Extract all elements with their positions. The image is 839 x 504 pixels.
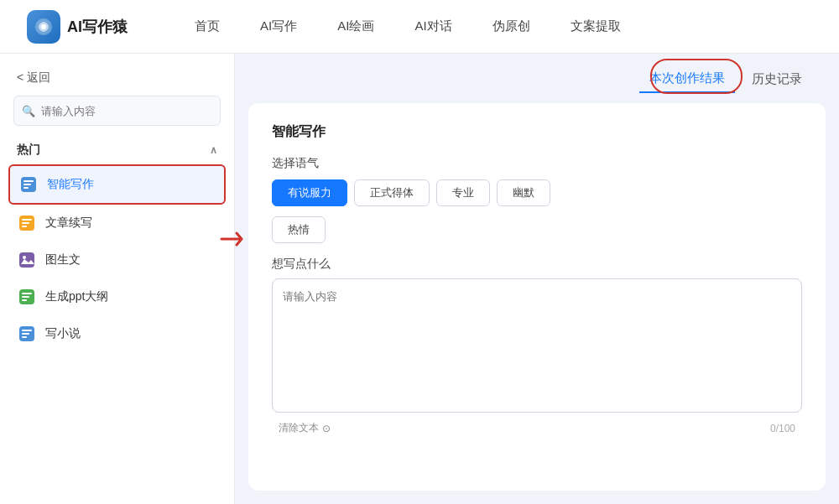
section-title: 热门 xyxy=(17,143,40,158)
write-novel-icon xyxy=(17,324,37,344)
sidebar-back-button[interactable]: < 返回 xyxy=(0,67,234,96)
svg-rect-9 xyxy=(22,226,27,227)
logo-area: AI写作猿 xyxy=(27,10,128,44)
nav-ai-write[interactable]: AI写作 xyxy=(260,18,297,34)
sidebar-item-label: 图生文 xyxy=(45,252,81,268)
tab-bar: 本次创作结果 历史记录 xyxy=(235,54,839,93)
nav-ai-draw[interactable]: AI绘画 xyxy=(337,18,374,34)
panel-title: 智能写作 xyxy=(272,123,802,141)
tone-buttons-row2: 热情 xyxy=(272,216,802,243)
clear-icon: ⊙ xyxy=(322,423,331,434)
image-to-text-icon xyxy=(17,250,37,270)
content-section-label: 想写点什么 xyxy=(272,257,802,272)
chevron-up-icon: ∧ xyxy=(210,144,217,156)
clear-text-button[interactable]: 清除文本 ⊙ xyxy=(279,421,331,435)
svg-rect-5 xyxy=(23,187,29,189)
svg-rect-3 xyxy=(23,180,34,182)
sidebar-item-label: 生成ppt大纲 xyxy=(45,289,108,304)
sidebar-item-write-novel[interactable]: 写小说 xyxy=(0,315,234,352)
arrow-indicator xyxy=(218,226,248,252)
svg-rect-4 xyxy=(23,184,31,185)
main-content: 本次创作结果 历史记录 智能写作 选择语气 有说服力 正式得体 专业 幽默 热情… xyxy=(235,54,839,504)
svg-rect-15 xyxy=(22,299,27,301)
logo-text: AI写作猿 xyxy=(67,17,128,37)
article-continue-icon xyxy=(17,213,37,233)
clear-label: 清除文本 xyxy=(279,421,319,435)
tab-current-result[interactable]: 本次创作结果 xyxy=(639,65,735,93)
sidebar-item-image-to-text[interactable]: 图生文 xyxy=(0,242,234,278)
form-panel: 智能写作 选择语气 有说服力 正式得体 专业 幽默 热情 想写点什么 清除文本 … xyxy=(248,103,826,491)
sidebar: < 返回 🔍 热门 ∧ 智能写作 xyxy=(0,54,235,504)
svg-rect-8 xyxy=(22,222,29,224)
svg-rect-14 xyxy=(22,296,29,298)
nav-original[interactable]: 伪原创 xyxy=(492,18,530,34)
svg-rect-13 xyxy=(22,293,32,294)
tone-btn-humorous[interactable]: 幽默 xyxy=(497,179,550,206)
sidebar-item-ppt-outline[interactable]: 生成ppt大纲 xyxy=(0,278,234,315)
body-layout: < 返回 🔍 热门 ∧ 智能写作 xyxy=(0,54,839,504)
svg-rect-10 xyxy=(19,252,34,268)
tone-btn-professional[interactable]: 专业 xyxy=(436,179,490,206)
svg-rect-18 xyxy=(22,333,29,335)
top-nav: AI写作猿 首页 AI写作 AI绘画 AI对话 伪原创 文案提取 xyxy=(0,0,839,54)
ppt-outline-icon xyxy=(17,287,37,307)
nav-links: 首页 AI写作 AI绘画 AI对话 伪原创 文案提取 xyxy=(195,18,621,34)
sidebar-item-article-continue[interactable]: 文章续写 xyxy=(0,205,234,242)
svg-rect-17 xyxy=(22,330,32,331)
intelligent-write-icon xyxy=(18,174,39,195)
tone-btn-formal[interactable]: 正式得体 xyxy=(354,179,430,206)
sidebar-item-label: 写小说 xyxy=(45,326,81,341)
svg-rect-19 xyxy=(22,336,27,338)
nav-ai-chat[interactable]: AI对话 xyxy=(414,18,451,34)
tone-btn-persuasive[interactable]: 有说服力 xyxy=(272,179,347,206)
sidebar-item-label: 文章续写 xyxy=(45,216,92,231)
nav-copywrite[interactable]: 文案提取 xyxy=(571,18,621,34)
svg-rect-7 xyxy=(22,219,32,221)
sidebar-item-label: 智能写作 xyxy=(47,177,94,192)
sidebar-item-intelligent-write[interactable]: 智能写作 xyxy=(8,164,226,205)
svg-point-1 xyxy=(41,24,46,29)
logo-icon xyxy=(27,10,60,44)
sidebar-section-header: 热门 ∧ xyxy=(0,139,234,164)
search-icon: 🔍 xyxy=(22,105,35,117)
sidebar-search: 🔍 xyxy=(13,96,221,126)
search-input[interactable] xyxy=(13,96,221,126)
tone-buttons: 有说服力 正式得体 专业 幽默 xyxy=(272,179,802,206)
char-count: 0/100 xyxy=(770,423,795,434)
content-textarea[interactable] xyxy=(272,278,802,413)
content-textarea-wrap: 清除文本 ⊙ 0/100 xyxy=(272,278,802,437)
tone-section-label: 选择语气 xyxy=(272,156,802,171)
tone-btn-passionate[interactable]: 热情 xyxy=(272,216,326,243)
tab-history[interactable]: 历史记录 xyxy=(742,66,812,92)
nav-home[interactable]: 首页 xyxy=(195,18,220,34)
svg-point-11 xyxy=(23,256,26,259)
textarea-footer: 清除文本 ⊙ 0/100 xyxy=(272,416,802,437)
